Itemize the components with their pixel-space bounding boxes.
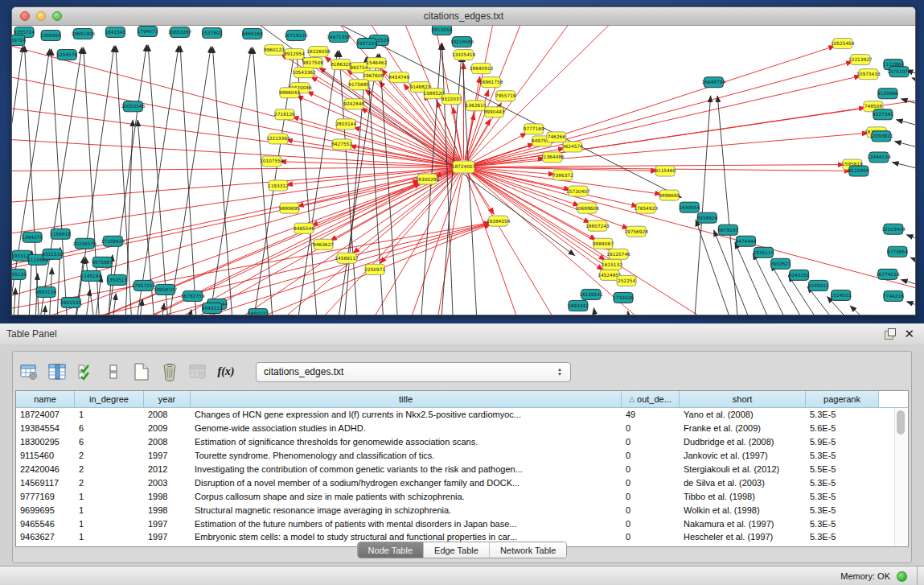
table-row[interactable]: 1938455462009Genome-wide association stu…: [16, 422, 908, 435]
graph-node[interactable]: 9899695: [659, 190, 680, 200]
graph-node[interactable]: 1693342: [568, 300, 589, 311]
graph-node[interactable]: 20691406: [71, 29, 95, 39]
graph-node[interactable]: 16774216: [876, 269, 900, 279]
graph-node[interactable]: 2250971: [364, 264, 385, 274]
graph-node[interactable]: 16782759: [181, 290, 205, 301]
column-header-title[interactable]: title: [191, 391, 622, 407]
graph-node[interactable]: 8427552: [331, 139, 352, 150]
close-window-icon[interactable]: [20, 11, 30, 21]
graph-node[interactable]: 7632621: [770, 258, 791, 269]
graph-node[interactable]: 10958107: [154, 284, 178, 295]
graph-node[interactable]: 12103404: [881, 224, 906, 234]
delete-table-icon[interactable]: [160, 362, 179, 381]
column-header-year[interactable]: year: [144, 391, 191, 407]
select-all-columns-icon[interactable]: [76, 362, 95, 381]
graph-node[interactable]: 5901535: [60, 297, 81, 307]
table-row[interactable]: 2242004622012Investigating the contribut…: [16, 463, 908, 476]
graph-node[interactable]: 7955719: [495, 91, 516, 101]
graph-node[interactable]: 1615132: [602, 259, 622, 270]
graph-node[interactable]: 9175685: [348, 80, 369, 90]
graph-node[interactable]: 16648794: [702, 77, 726, 88]
graph-hub-node[interactable]: 18724007: [452, 161, 476, 173]
column-header-out-degree[interactable]: △out_de...: [622, 391, 680, 407]
graph-node[interactable]: 9129966: [877, 89, 898, 99]
table-row[interactable]: 911546021997Tourette syndrome. Phenomeno…: [16, 449, 908, 463]
graph-node[interactable]: 20053346: [121, 101, 146, 112]
graph-node[interactable]: 7386372: [552, 170, 573, 180]
graph-node[interactable]: 1733426: [613, 292, 634, 303]
graph-node[interactable]: 1527602: [202, 28, 223, 39]
graph-node[interactable]: 10688609: [575, 203, 599, 213]
network-graph[interactable]: 8960123891295418226058982750810543362224…: [12, 26, 915, 315]
graph-node[interactable]: 17359924: [101, 236, 125, 246]
graph-node[interactable]: 12213927: [848, 55, 873, 65]
graph-node[interactable]: 1350513: [106, 274, 127, 285]
graph-node[interactable]: 18300295: [416, 174, 440, 184]
graph-node[interactable]: 17957253: [132, 280, 156, 290]
graph-node[interactable]: 1841541: [105, 27, 125, 38]
graph-node[interactable]: 7744216: [883, 290, 904, 301]
graph-node[interactable]: 8990443: [484, 107, 505, 117]
graph-node[interactable]: 1024501: [831, 290, 852, 300]
scrollbar-thumb[interactable]: [897, 410, 905, 435]
table-row[interactable]: 946554611997Estimation of the future num…: [16, 517, 908, 530]
graph-node[interactable]: 9827508: [302, 58, 323, 68]
graph-node[interactable]: 10973433: [856, 69, 881, 80]
graph-node[interactable]: 9227341: [873, 109, 893, 120]
graph-node[interactable]: 9474444: [736, 236, 757, 246]
graph-node[interactable]: 8186328: [331, 60, 351, 70]
graph-node[interactable]: 252254: [617, 275, 636, 286]
graph-node[interactable]: 1546462: [366, 58, 387, 68]
graph-node[interactable]: 14671358: [326, 32, 351, 43]
graph-node[interactable]: 2935114: [754, 247, 774, 257]
table-row[interactable]: 1872400712008Changes of HCN gene express…: [16, 408, 908, 422]
graph-node[interactable]: 9896043: [279, 88, 300, 98]
graph-node[interactable]: 9322037: [441, 94, 462, 105]
graph-node[interactable]: 15720407: [566, 186, 590, 196]
graph-node[interactable]: 1794073: [138, 27, 158, 37]
table-vertical-scrollbar[interactable]: [894, 408, 907, 546]
graph-node[interactable]: 12213363: [266, 134, 290, 144]
graph-node[interactable]: 2450122: [248, 308, 269, 315]
graph-node[interactable]: 18226058: [306, 47, 331, 57]
graph-node[interactable]: 1193312: [268, 180, 289, 191]
column-header-pagerank[interactable]: pagerank: [806, 391, 879, 407]
zoom-window-icon[interactable]: [52, 11, 62, 21]
graph-node[interactable]: 10653267: [168, 27, 192, 38]
tab-network-table[interactable]: Network Table: [490, 542, 567, 558]
column-header-in-degree[interactable]: in_degree: [75, 391, 144, 407]
table-selector-dropdown[interactable]: citations_edges.txt ▲▼: [256, 362, 571, 382]
tab-edge-table[interactable]: Edge Table: [424, 542, 490, 558]
graph-node[interactable]: 8958924: [696, 212, 717, 223]
graph-node[interactable]: 8454749: [388, 72, 409, 83]
graph-node[interactable]: 9245012: [808, 280, 829, 290]
graph-node[interactable]: 10719135: [284, 31, 308, 41]
network-canvas[interactable]: 8960123891295418226058982750810543362224…: [12, 26, 915, 315]
network-window[interactable]: citations_edges.txt 89601238912954182260…: [11, 6, 916, 315]
column-header-short[interactable]: short: [680, 391, 806, 407]
graph-node[interactable]: 19756928: [624, 226, 648, 237]
graph-node[interactable]: 1869704: [12, 35, 26, 46]
graph-node[interactable]: 9984067: [593, 238, 614, 249]
graph-node[interactable]: 1156818: [50, 229, 71, 239]
graph-node[interactable]: 18640910: [470, 64, 494, 74]
graph-node[interactable]: 12444134: [867, 152, 891, 163]
graph-node[interactable]: 19384554: [487, 216, 511, 226]
graph-node[interactable]: 9975887: [92, 257, 113, 267]
row-height-icon[interactable]: [104, 362, 123, 381]
graph-node[interactable]: 6466160: [242, 29, 263, 39]
graph-node[interactable]: 2803144: [335, 119, 356, 130]
close-panel-icon[interactable]: ✕: [904, 328, 914, 340]
function-builder-icon[interactable]: f(x): [216, 362, 236, 381]
graph-node[interactable]: 8813054: [432, 26, 453, 35]
graph-node[interactable]: 9465546: [294, 223, 314, 233]
graph-node[interactable]: 1254576: [56, 50, 77, 60]
graph-node[interactable]: 9331531: [42, 249, 63, 259]
graph-node[interactable]: 20206576: [72, 238, 97, 249]
graph-node[interactable]: 16961758: [479, 77, 503, 88]
graph-node[interactable]: 19218586: [450, 37, 474, 47]
graph-node[interactable]: 9115460: [655, 166, 676, 176]
graph-node[interactable]: 13325419: [452, 50, 476, 60]
graph-node[interactable]: 9843213: [202, 303, 223, 313]
graph-node[interactable]: 8243251: [789, 270, 810, 280]
